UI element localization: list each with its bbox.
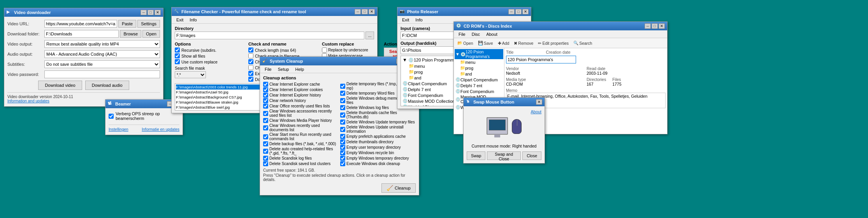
fc-showfiles-checkbox[interactable] (175, 53, 180, 58)
fc-directory-input[interactable] (175, 32, 364, 39)
open-folder-button[interactable]: Open (142, 30, 160, 38)
sc-action-scandisk-clusters: Delete Scandisk saved lost clusters (263, 161, 339, 166)
cdr-open-button[interactable]: 📂 Open (455, 40, 475, 46)
fc-search-mask-select[interactable]: *.* (175, 71, 206, 78)
cdr-close-button[interactable]: ✕ (659, 23, 665, 29)
fc-menu-exit[interactable]: Exit (173, 17, 186, 23)
settings-button[interactable]: Settings (137, 20, 160, 28)
cdr-title-input[interactable] (506, 56, 576, 63)
pr-maximize-button[interactable]: □ (515, 9, 522, 14)
video-downloader-title-bar: ▶ Video downloader ─ □ ✕ (4, 8, 163, 17)
cdr-tree-item-and[interactable]: 📁 and (459, 71, 503, 77)
audio-output-label: Audio output: (7, 52, 44, 56)
cdr-tree-item-psion[interactable]: ▼ 💿 120 Psion Programma's (455, 49, 503, 59)
fc-check-rename-header: Check and rename (248, 42, 320, 46)
sc-menu-bar: File Setup Help (260, 65, 419, 73)
subtitles-select[interactable]: Do not save subtitles file (44, 60, 160, 68)
fc-maximize-button[interactable]: □ (362, 9, 368, 14)
fc-check-space-checkbox[interactable] (248, 53, 253, 58)
cdr-tree-item-prog[interactable]: 📁 prog (459, 65, 503, 71)
cdr-read-date-section: Read date 2003-11-09 (587, 66, 666, 76)
video-output-select[interactable]: Remux best available quality into MP4 (44, 40, 160, 48)
fc-directory-browse-button[interactable]: ... (365, 32, 374, 39)
smb-close-button[interactable]: ✕ (536, 99, 542, 105)
cdr-disc-icon-psion: 💿 (460, 52, 466, 57)
fc-ext-lowercase-checkbox[interactable] (248, 71, 253, 76)
fc-check-lowercase-checkbox[interactable] (248, 65, 253, 70)
fc-replace-by-underscore-row: Replace by underscore (322, 47, 382, 53)
folder-input[interactable] (44, 30, 119, 38)
fc-recursive-checkbox[interactable] (175, 47, 180, 53)
fc-directory-label: Directory (175, 26, 374, 31)
sc-menu-setup[interactable]: Setup (275, 66, 292, 72)
cdr-add-button[interactable]: ✚ Add (496, 40, 511, 46)
fc-search-mask: Search file mask *.* (175, 66, 247, 78)
folder-label: Download folder: (7, 32, 44, 36)
beamer-title: Beamer (115, 102, 167, 106)
cdr-edit-properties-button[interactable]: ✏ Edit properties (536, 40, 571, 46)
fc-menu-bar: Exit Info (172, 16, 377, 24)
cdr-vendor-section: Vendor Nedsoft (506, 66, 585, 76)
browse-button[interactable]: Browse (120, 30, 141, 38)
fc-check-length-checkbox[interactable] (248, 47, 253, 53)
cdr-expand-icon: ▼ (455, 52, 460, 56)
informatie-link[interactable]: Informatie en updates (142, 127, 179, 132)
cdr-menu-file[interactable]: File (455, 31, 469, 37)
fc-options-col: Options Recursive (subdirs. Show all fil… (175, 42, 247, 83)
fc-check-uppercase-checkbox[interactable] (248, 59, 253, 64)
cdr-tree-item-delphi[interactable]: 💿 Delphi 7 ent (455, 83, 503, 88)
update-link[interactable]: Information and updates (7, 99, 49, 103)
pr-menu-exit[interactable]: Exit (399, 17, 412, 23)
cleanup-button[interactable]: 🧹 Cleanup (381, 183, 416, 193)
edit-icon: ✏ (538, 41, 541, 46)
close-button[interactable]: ✕ (155, 10, 161, 15)
pr-menu-info[interactable]: Info (412, 17, 425, 23)
close-swap-button[interactable]: Close (522, 151, 541, 160)
cdr-dirs-files-section: Directories 167 Files 1775 (587, 77, 666, 86)
sc-action-backup: Delete backup files (*.bak, *.old, *.000… (263, 141, 339, 146)
cdr-menu-disc[interactable]: Disc (469, 31, 483, 37)
password-input[interactable] (44, 70, 160, 78)
fc-menu-info[interactable]: Info (186, 17, 200, 23)
sc-action-scandisk-log: Delete Scandisk log files (263, 156, 339, 161)
photo-releaser-title-bar: 📷 Photo Releaser ─ □ ✕ (397, 7, 531, 16)
cdr-maximize-button[interactable]: □ (652, 23, 658, 29)
cdr-tree-item-menu[interactable]: 📁 menu (459, 59, 503, 65)
beamer-checkbox[interactable] (109, 114, 114, 119)
sc-menu-file[interactable]: File (262, 66, 275, 72)
download-video-button[interactable]: Download video (38, 81, 82, 90)
fc-close-button[interactable]: ✕ (369, 9, 375, 14)
audio-output-select[interactable]: M4A - Advanced Audio Coding (AAC) (44, 50, 160, 58)
fc-replace-by-underscore-checkbox[interactable] (322, 47, 327, 53)
smb-buttons-row: Swap Swap and Close Close (467, 151, 541, 160)
fc-minimize-button[interactable]: ─ (355, 9, 361, 14)
pr-minimize-button[interactable]: ─ (508, 9, 515, 14)
swap-button[interactable]: Swap (467, 151, 485, 160)
minimize-button[interactable]: ─ (141, 10, 147, 15)
cdr-tree-item-font[interactable]: 💿 Font Compendium (455, 88, 503, 94)
paste-button[interactable]: Paste (118, 20, 136, 28)
url-input[interactable] (44, 20, 117, 28)
instellingen-link[interactable]: Instellingen (109, 127, 128, 132)
pr-close-button[interactable]: ✕ (522, 9, 529, 14)
smb-about-link[interactable]: About (531, 109, 541, 114)
folder-row: Download folder: Browse Open (7, 30, 160, 38)
swap-and-close-button[interactable]: Swap and Close (487, 151, 521, 160)
maximize-button[interactable]: □ (148, 10, 154, 15)
cdr-save-button[interactable]: 💾 Save (476, 40, 495, 46)
sc-menu-help[interactable]: Help (292, 66, 307, 72)
beamer-icon: 📽 (108, 101, 113, 107)
cdr-minimize-button[interactable]: ─ (645, 23, 651, 29)
download-audio-button[interactable]: Download audio (85, 81, 129, 90)
audio-output-row: Audio output: M4A - Advanced Audio Codin… (7, 50, 160, 58)
fc-double-space-checkbox[interactable] (248, 77, 253, 82)
smb-monitor-screen (489, 120, 506, 130)
cdr-tree-item-clipart[interactable]: 💿 Clipart Compendium (455, 77, 503, 83)
cdr-menu-about[interactable]: About (483, 31, 501, 37)
sc-action-docs: Clear Windows recently used documents li… (263, 123, 339, 132)
fc-option-custom-replace: Use custom replace (175, 59, 247, 64)
cdr-search-button[interactable]: 🔍 Search (571, 40, 594, 46)
cdr-remove-button[interactable]: ✖ Remove (512, 40, 535, 46)
fc-custom-replace-checkbox[interactable] (175, 59, 180, 64)
subtitles-row: Subtitles: Do not save subtitles file (7, 60, 160, 68)
